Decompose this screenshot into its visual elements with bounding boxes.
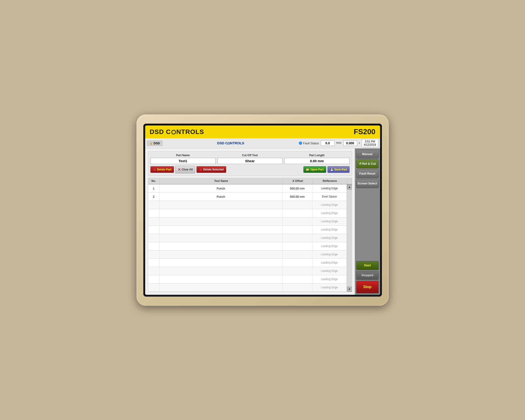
cell-no — [148, 251, 160, 259]
speed-unit-top: ft/min — [337, 142, 341, 144]
table-rows: 1Punch500.00 mmLeading Edge2Punch500.00 … — [148, 184, 347, 292]
fault-status-label: Fault Status — [303, 141, 319, 145]
position-display: 0.000 — [343, 140, 357, 146]
header-bar: DSD CNTROLS FS200 — [145, 125, 380, 138]
cut-off-tool-label: Cut Off Tool — [242, 154, 258, 157]
table-row[interactable]: 1Punch500.00 mmLeading Edge — [148, 184, 347, 193]
table-wrapper: 1Punch500.00 mmLeading Edge2Punch500.00 … — [148, 184, 352, 292]
table-row[interactable]: Leading Edge — [148, 217, 347, 226]
part-name-group: Part Name Test1 — [150, 154, 216, 164]
cell-offset: 500.00 mm — [282, 184, 312, 192]
col-header-ref: Refference — [313, 178, 347, 184]
cell-no — [148, 283, 160, 291]
cut-off-tool-group: Cut Off Tool Shear — [217, 154, 282, 164]
cell-tool: Punch — [160, 193, 282, 201]
speed-display: 0.0 — [321, 140, 335, 146]
speed-units: ft/min — [337, 142, 341, 144]
start-button[interactable]: Start — [356, 261, 379, 270]
table-header: No. Tool Name X Offset Refference — [148, 178, 352, 184]
delete-selected-button[interactable]: Delete Selected — [197, 166, 226, 173]
cell-offset — [282, 209, 312, 217]
col-header-no: No. — [148, 178, 160, 184]
table-row[interactable]: Leading Edge — [148, 209, 347, 217]
screen-select-button[interactable]: Screen Select — [356, 179, 379, 188]
cell-offset — [282, 283, 312, 291]
cut-off-tool-value[interactable]: Shear — [217, 158, 282, 164]
cell-tool — [160, 259, 282, 267]
cell-no — [148, 209, 160, 217]
cell-tool — [160, 251, 282, 259]
save-part-label: Save Part — [334, 168, 347, 171]
table-row[interactable]: Leading Edge — [148, 234, 347, 242]
open-part-icon: 📂 — [306, 168, 309, 171]
header-logo: DSD CNTROLS — [150, 128, 204, 136]
cell-no — [148, 275, 160, 283]
ref-cut-button[interactable]: ↺ Ref & Cut — [356, 159, 379, 168]
cell-tool — [160, 275, 282, 283]
fault-reset-button[interactable]: Fault Reset — [356, 169, 379, 178]
cell-ref[interactable]: Leading Edge — [312, 217, 347, 225]
table-row[interactable]: Leading Edge — [148, 259, 347, 267]
cell-offset — [282, 267, 312, 275]
cell-ref[interactable]: Leading Edge — [312, 201, 347, 209]
cell-ref[interactable]: Leading Edge — [312, 234, 347, 242]
delete-part-button[interactable]: Delete Part — [150, 166, 174, 173]
right-panel: Manual ↺ Ref & Cut Fault Reset Screen Se… — [355, 149, 380, 295]
cell-no: 2 — [148, 193, 160, 201]
cell-tool — [160, 209, 282, 217]
cell-offset — [282, 217, 312, 225]
scroll-down-button[interactable]: ▼ — [347, 287, 352, 292]
table-row[interactable]: Leading Edge — [148, 226, 347, 234]
manual-button[interactable]: Manual — [356, 150, 379, 159]
table-row[interactable]: Leading Edge — [148, 275, 347, 283]
cell-tool — [160, 267, 282, 275]
table-row[interactable]: Leading Edge — [148, 267, 347, 275]
cell-ref[interactable]: Leading Edge — [312, 275, 347, 283]
scroll-up-button[interactable]: ▲ — [347, 184, 352, 189]
table-row[interactable]: 2Punch500.00 mmEven Space — [148, 193, 347, 201]
delete-part-label: Delete Part — [157, 168, 172, 171]
cell-ref[interactable]: Leading Edge — [312, 259, 347, 267]
cell-ref[interactable]: Leading Edge — [312, 251, 347, 259]
clear-all-button[interactable]: ✕ Clear All — [175, 166, 195, 173]
stopped-button[interactable]: Stopped — [356, 271, 379, 280]
save-part-button[interactable]: 💾 Save Part — [328, 166, 349, 173]
delete-selected-label: Delete Selected — [203, 168, 224, 171]
cell-ref[interactable]: Leading Edge — [312, 184, 347, 192]
tool-table: No. Tool Name X Offset Refference 1Punch… — [148, 178, 352, 292]
col-header-offset: X Offset — [283, 178, 313, 184]
cell-tool — [160, 242, 282, 250]
cell-offset — [282, 275, 312, 283]
delete-selected-icon — [199, 168, 202, 171]
cell-ref[interactable]: Leading Edge — [312, 226, 347, 234]
screen-bezel: DSD CNTROLS FS200 🔒 DSD DSD CNTROLS Faul… — [143, 124, 382, 297]
cell-ref[interactable]: Leading Edge — [312, 267, 347, 275]
cell-ref[interactable]: Even Space — [312, 193, 347, 201]
table-row[interactable]: Leading Edge — [148, 283, 347, 292]
dsd-badge-label: DSD — [154, 141, 160, 145]
fault-indicator — [299, 141, 302, 145]
time-display: 3:51 PM — [364, 140, 376, 143]
table-row[interactable]: Leading Edge — [148, 201, 347, 209]
header-model: FS200 — [354, 128, 375, 136]
table-row[interactable]: Leading Edge — [148, 251, 347, 259]
stop-button[interactable]: Stop — [356, 281, 379, 293]
cell-ref[interactable]: Leading Edge — [312, 283, 347, 291]
clear-all-icon: ✕ — [178, 168, 181, 172]
table-row[interactable]: Leading Edge — [148, 242, 347, 251]
fault-status-area[interactable]: Fault Status — [299, 141, 319, 145]
logo-o-circle — [171, 130, 176, 134]
cell-tool — [160, 234, 282, 242]
cell-ref[interactable]: Leading Edge — [312, 209, 347, 217]
dsd-badge: 🔒 DSD — [147, 141, 162, 146]
right-spacer — [356, 189, 379, 260]
part-name-value[interactable]: Test1 — [150, 158, 216, 164]
cell-ref[interactable]: Leading Edge — [312, 242, 347, 250]
part-length-value[interactable]: 0.00 mm — [284, 158, 349, 164]
open-part-button[interactable]: 📂 Open Part — [303, 166, 326, 173]
col-header-scroll — [347, 178, 352, 184]
device-frame: DSD CNTROLS FS200 🔒 DSD DSD CNTROLS Faul… — [136, 114, 389, 306]
scroll-track — [347, 189, 352, 287]
date-display: 4/12/2019 — [364, 143, 376, 146]
cell-no: 1 — [148, 184, 160, 192]
